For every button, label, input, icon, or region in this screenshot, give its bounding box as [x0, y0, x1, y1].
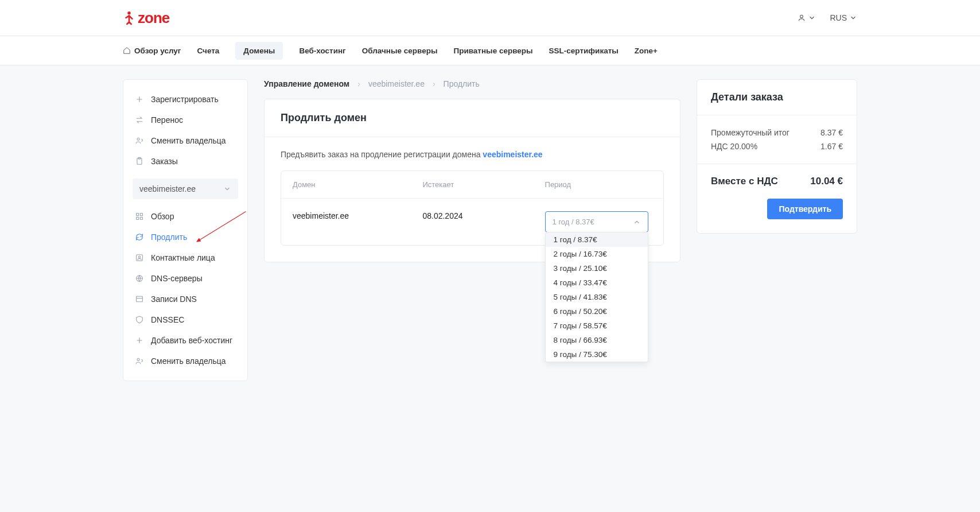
sidebar-domain-select[interactable]: veebimeister.ee: [133, 179, 238, 199]
period-option[interactable]: 9 годы / 75.30€: [546, 347, 648, 362]
renew-table: Домен Истекает Период veebimeister.ee 08…: [281, 170, 664, 246]
svg-rect-6: [140, 214, 142, 216]
breadcrumb: Управление доменом › veebimeister.ee › П…: [264, 79, 680, 88]
main-nav: Обзор услуг Счета Домены Веб-хостинг Обл…: [0, 36, 980, 65]
chevron-right-icon: ›: [357, 79, 360, 88]
sidebar-dnssec[interactable]: DNSSEC: [129, 309, 242, 330]
svg-point-10: [138, 256, 140, 258]
contact-icon: [135, 253, 144, 262]
sidebar-renew[interactable]: Продлить: [129, 227, 242, 247]
nav-private[interactable]: Приватные серверы: [453, 42, 532, 60]
sidebar-add-hosting[interactable]: Добавить веб-хостинг: [129, 330, 242, 351]
breadcrumb-root[interactable]: Управление доменом: [264, 79, 349, 88]
sidebar-orders[interactable]: Заказы: [129, 151, 242, 172]
th-expires: Истекает: [411, 171, 533, 198]
period-option[interactable]: 3 годы / 25.10€: [546, 261, 648, 276]
period-option[interactable]: 7 годы / 58.57€: [546, 319, 648, 333]
sidebar-overview[interactable]: Обзор: [129, 206, 242, 227]
users-icon: [135, 356, 144, 366]
period-dropdown: 1 год / 8.37€ 2 годы / 16.73€ 3 годы / 2…: [545, 232, 648, 362]
logo-icon: [123, 10, 135, 26]
plus-icon: [135, 336, 144, 345]
main-content: Управление доменом › veebimeister.ee › П…: [264, 79, 680, 262]
svg-rect-7: [137, 217, 139, 219]
logo[interactable]: zone: [123, 9, 169, 27]
period-option[interactable]: 8 годы / 66.93€: [546, 333, 648, 347]
svg-point-13: [137, 358, 139, 360]
chevron-down-icon: [849, 14, 857, 22]
vat-row: НДС 20.00% 1.67 €: [711, 139, 843, 153]
period-option[interactable]: 2 годы / 16.73€: [546, 247, 648, 261]
clipboard-icon: [135, 157, 144, 166]
breadcrumb-current: Продлить: [444, 79, 480, 88]
language-menu[interactable]: RUS: [830, 13, 857, 22]
swap-icon: [135, 115, 144, 125]
th-period: Период: [534, 171, 663, 198]
order-title: Детали заказа: [697, 80, 857, 115]
total-row: Вместе с НДС 10.04 €: [697, 164, 857, 199]
grid-icon: [135, 212, 144, 221]
nav-ssl[interactable]: SSL-сертификаты: [549, 42, 619, 60]
nav-invoices[interactable]: Счета: [197, 42, 220, 60]
subtotal-row: Промежуточный итог 8.37 €: [711, 126, 843, 139]
svg-point-1: [800, 15, 803, 18]
records-icon: [135, 294, 144, 304]
renew-notice: Предъявить заказ на продление регистраци…: [281, 150, 664, 159]
header: zone RUS: [0, 0, 980, 36]
nav-overview[interactable]: Обзор услуг: [123, 42, 181, 60]
period-select[interactable]: 1 год / 8.37€: [545, 211, 648, 232]
chevron-up-icon: [633, 218, 641, 226]
logo-text: zone: [138, 9, 169, 27]
shield-icon: [135, 315, 144, 324]
sidebar: Зарегистрировать Перенос Сменить владель…: [123, 79, 248, 381]
svg-point-0: [127, 11, 131, 15]
renew-card: Продлить домен Предъявить заказ на продл…: [264, 99, 680, 262]
period-placeholder: 1 год / 8.37€: [553, 218, 594, 226]
confirm-button[interactable]: Подтвердить: [767, 199, 843, 219]
chevron-down-icon: [223, 185, 231, 193]
sidebar-contacts[interactable]: Контактные лица: [129, 247, 242, 268]
home-icon: [123, 46, 131, 55]
refresh-icon: [135, 232, 144, 242]
sidebar-register[interactable]: Зарегистрировать: [129, 89, 242, 110]
user-icon: [798, 14, 806, 22]
nav-cloud[interactable]: Облачные серверы: [362, 42, 438, 60]
sidebar-dns-records[interactable]: Записи DNS: [129, 289, 242, 309]
td-domain: veebimeister.ee: [281, 199, 411, 245]
period-option[interactable]: 4 годы / 33.47€: [546, 276, 648, 290]
nav-domains[interactable]: Домены: [235, 42, 283, 60]
svg-point-2: [137, 138, 139, 140]
plus-icon: [135, 95, 144, 104]
order-summary: Детали заказа Промежуточный итог 8.37 € …: [697, 79, 857, 234]
chevron-right-icon: ›: [433, 79, 435, 88]
svg-rect-8: [140, 217, 142, 219]
th-domain: Домен: [281, 171, 411, 198]
users-icon: [135, 136, 144, 145]
sidebar-dns-servers[interactable]: DNS-серверы: [129, 268, 242, 289]
language-label: RUS: [830, 13, 847, 22]
period-option[interactable]: 5 годы / 41.83€: [546, 290, 648, 304]
user-menu[interactable]: [798, 14, 816, 22]
td-expires: 08.02.2024: [411, 199, 533, 245]
dns-icon: [135, 274, 144, 283]
nav-zoneplus[interactable]: Zone+: [635, 42, 658, 60]
breadcrumb-domain[interactable]: veebimeister.ee: [368, 79, 425, 88]
period-option[interactable]: 1 год / 8.37€: [546, 232, 648, 247]
svg-rect-12: [137, 296, 143, 301]
sidebar-change-owner[interactable]: Сменить владельца: [129, 130, 242, 151]
sidebar-change-owner-2[interactable]: Сменить владельца: [129, 351, 242, 371]
svg-rect-5: [137, 214, 139, 216]
nav-webhosting[interactable]: Веб-хостинг: [299, 42, 345, 60]
period-option[interactable]: 6 годы / 50.20€: [546, 304, 648, 319]
table-row: veebimeister.ee 08.02.2024 1 год / 8.37€…: [281, 199, 663, 245]
domain-link[interactable]: veebimeister.ee: [483, 150, 542, 159]
chevron-down-icon: [808, 14, 816, 22]
card-title: Продлить домен: [265, 99, 680, 137]
sidebar-transfer[interactable]: Перенос: [129, 110, 242, 130]
